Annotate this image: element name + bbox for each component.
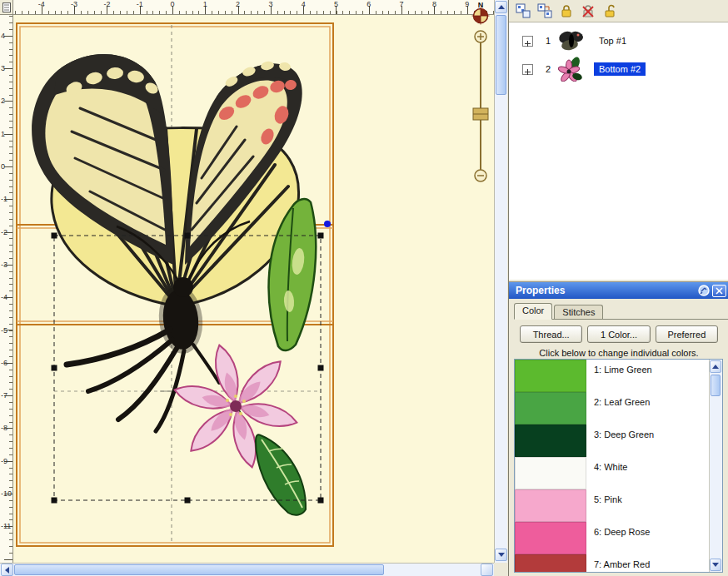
color-listbox: 1: Lime Green2: Leaf Green3: Deep Green4… [514,359,723,573]
ruler-number: -4 [1,293,7,301]
anchor-dot[interactable] [324,221,331,227]
ruler-number: 0 [170,0,174,8]
expand-plus-icon[interactable] [522,64,533,75]
color-row[interactable]: 7: Amber Red [515,554,709,572]
ruler-number: -3 [71,0,77,8]
ruler-number: 5 [334,0,338,8]
layer-thumbnail[interactable] [556,57,587,82]
preferred-button[interactable]: Preferred [656,325,718,343]
canvas-vertical-scrollbar[interactable] [494,0,507,563]
ruler-number: -3 [1,261,7,269]
ruler-number: 1 [203,0,207,8]
ruler-number: -9 [1,457,7,465]
color-label: 6: Deep Rose [594,527,650,554]
ruler-number: -7 [1,391,7,400]
layer-label[interactable]: Top #1 [594,34,631,47]
color-label: 4: White [594,462,627,489]
color-swatch[interactable] [515,360,586,392]
pin-icon[interactable] [697,285,710,297]
layer-index: 1 [539,36,551,46]
color-swatch[interactable] [515,425,586,457]
vertical-ruler: 43210-1-2-3-4-5-6-7-8-9-10-11 [0,15,13,563]
selection-handle [52,233,57,239]
butterfly-flower-design[interactable] [32,54,316,515]
ruler-number: 6 [366,0,371,8]
selection-handle [185,498,191,504]
ruler-number: 8 [432,0,436,8]
selection-handle [318,365,324,371]
layer-index: 2 [539,64,551,74]
scroll-down-button[interactable] [495,549,507,561]
color-swatch[interactable] [515,522,586,554]
ruler-number: 2 [236,0,240,8]
layer-row[interactable]: 1Top #1 [509,27,728,55]
ruler-corner[interactable] [0,0,13,15]
one-color-button[interactable]: 1 Color... [587,325,650,343]
color-list-caption: Click below to change individual colors. [509,348,728,358]
vertical-scroll-thumb[interactable] [711,375,721,396]
ruler-number: 0 [1,162,5,171]
ruler-number: -5 [1,326,7,335]
color-swatch[interactable] [515,489,586,522]
thread-button[interactable]: Thread... [520,325,582,343]
tab-color[interactable]: Color [514,303,552,320]
lock-icon[interactable] [559,3,574,18]
color-swatch[interactable] [515,554,586,572]
ruler-number: -2 [1,228,7,236]
split-objects-icon[interactable] [516,3,531,18]
properties-title: Properties [516,285,697,296]
ruler-number: 2 [1,97,5,105]
color-list-rows: 1: Lime Green2: Leaf Green3: Deep Green4… [515,360,709,572]
tab-stitches[interactable]: Stitches [554,305,603,319]
up-arrow-icon [498,5,505,9]
page-icon [2,2,11,12]
color-row[interactable]: 1: Lime Green [515,360,709,392]
color-swatch[interactable] [515,457,586,489]
color-label: 7: Amber Red [594,559,650,572]
horizontal-ruler-ticks [13,0,494,14]
scroll-right-button[interactable] [481,564,493,576]
lock-off-icon[interactable] [581,3,596,18]
color-buttons-row: Thread... 1 Color... Preferred [520,325,718,343]
design-canvas[interactable] [13,15,494,563]
zoom-control[interactable] [473,31,488,181]
layer-thumbnail[interactable] [556,28,587,53]
ruler-number: 3 [1,64,5,72]
order-objects-icon[interactable] [537,3,552,18]
vertical-scroll-thumb[interactable] [496,15,506,95]
color-label: 1: Lime Green [594,365,652,392]
ruler-number: -2 [103,0,110,8]
scroll-up-button[interactable] [495,1,507,13]
horizontal-scroll-thumb[interactable] [14,564,384,575]
object-toolbar [509,0,728,22]
selection-handle [318,498,324,504]
ruler-number: -1 [137,0,143,8]
scroll-up-button[interactable] [710,360,721,373]
color-row[interactable]: 6: Deep Rose [515,522,709,554]
ruler-number: 1 [1,130,5,138]
color-list-scrollbar[interactable] [709,360,722,572]
color-row[interactable]: 5: Pink [515,489,709,522]
ruler-number: -8 [1,424,7,432]
selection-handle [52,365,57,371]
color-row[interactable]: 3: Deep Green [515,425,709,457]
layer-label[interactable]: Bottom #2 [594,62,646,76]
scroll-down-button[interactable] [710,559,721,571]
properties-tabs: Color Stitches [514,302,728,320]
horizontal-ruler: -5-4-3-2-10123456789 [13,0,494,15]
ruler-number: -1 [1,195,7,203]
close-icon[interactable] [712,285,726,297]
layer-row[interactable]: 2Bottom #2 [509,55,728,83]
color-swatch[interactable] [515,392,586,425]
ruler-number: -11 [1,522,11,530]
scroll-left-button[interactable] [1,564,13,576]
color-row[interactable]: 2: Leaf Green [515,392,709,425]
color-row[interactable]: 4: White [515,457,709,489]
canvas-horizontal-scrollbar[interactable] [0,563,494,576]
right-panel: 1Top #12Bottom #2 Properties Color Stitc… [508,0,728,576]
expand-plus-icon[interactable] [522,36,533,47]
unlock-icon[interactable] [602,3,617,18]
ruler-number: -10 [1,489,12,498]
color-label: 5: Pink [594,494,622,522]
compass-rose[interactable]: N [468,0,493,25]
